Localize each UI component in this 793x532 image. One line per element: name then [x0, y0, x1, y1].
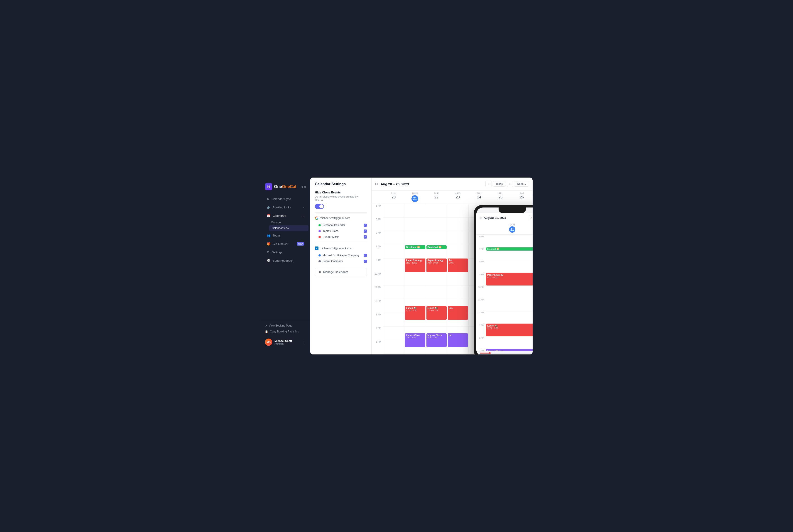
today-button[interactable]: Today — [493, 181, 506, 187]
calendar-item-secret-company: Secret Company ✓ — [315, 258, 367, 264]
toggle-label: Hide Clone Events — [315, 191, 367, 194]
calendar-item-dunder: Dunder Mifflin ✓ — [315, 234, 367, 240]
google-email: michaelscott@gmail.com — [320, 216, 350, 220]
nav-label: Booking Links — [273, 206, 291, 209]
avatar: MS — [265, 339, 272, 346]
calendar-range-icon: ⊡ — [375, 182, 378, 186]
phone-lunch-event[interactable]: Lunch 🍱 12:30 - 1:30 — [486, 324, 533, 336]
phone-notch — [498, 208, 526, 213]
phone-progress-fill — [480, 353, 490, 354]
time-4pm: 4 PM — [372, 354, 383, 355]
manage-calendars-button[interactable]: ⚙ Manage Calendars — [315, 268, 367, 276]
time-11am: 11 AM — [372, 286, 383, 299]
tue-improv-class-event[interactable]: Improv Class 2:30 - 3:30 — [427, 334, 447, 347]
phone-progress-bar — [480, 353, 533, 354]
outlook-account-section: M michaelscott@outlook.com Michael Scott… — [315, 247, 367, 264]
time-10am: 10 AM — [372, 272, 383, 286]
google-icon — [315, 216, 319, 220]
view-booking-link[interactable]: ↗ View Booking Page — [262, 323, 308, 328]
phone-nav-buttons: ‹ › — [529, 215, 533, 220]
app-container: 01 OneOneCal ◀◀ ↻ Calendar Sync 🔗 Bookin… — [260, 177, 533, 355]
sidebar-item-team[interactable]: 👥 Team — [262, 231, 308, 240]
user-name: Michael Scott — [275, 340, 300, 343]
gear-icon: ⚙ — [319, 270, 321, 274]
phone-events-col: Breakfast 🌅 Paper Strategy 9:00 - 10:00 … — [486, 235, 533, 351]
user-info: Michael Scott Premium — [275, 340, 300, 345]
phone-improv-class-event[interactable]: Improv Class 2:30 - 3:30 — [486, 349, 533, 351]
wed-lunch-event[interactable]: Lu... — [448, 306, 468, 320]
sidebar-item-booking-links[interactable]: 🔗 Booking Links › — [262, 204, 308, 211]
improv-cal-checkbox[interactable]: ✓ — [364, 229, 367, 233]
prev-week-button[interactable]: ‹ — [486, 181, 492, 187]
wed-improv-event[interactable]: Im... — [448, 334, 468, 347]
user-profile: MS Michael Scott Premium ⋮ — [262, 336, 308, 348]
paper-company-checkbox[interactable]: ✓ — [364, 254, 367, 257]
time-5am: 5 AM — [372, 204, 383, 218]
user-menu-button[interactable]: ⋮ — [302, 340, 306, 344]
gift-icon: 🎁 — [267, 242, 270, 246]
mon-paper-strategy-event[interactable]: Paper Strategy 9:00 - 10:00 — [405, 259, 425, 272]
sidebar-item-send-feedback[interactable]: 💬 Send Feedback — [262, 257, 308, 265]
mon-breakfast-event[interactable]: Breakfast 🌅 — [405, 245, 425, 249]
phone-day-header: MON 21 — [476, 222, 533, 235]
sidebar-item-gift-onecal[interactable]: 🎁 Gift OneCal New — [262, 240, 308, 248]
feedback-icon: 💬 — [267, 259, 270, 262]
dunder-cal-dot — [319, 236, 321, 238]
improv-cal-dot — [319, 230, 321, 232]
phone-prev-button[interactable]: ‹ — [529, 215, 533, 220]
phone-time-col: 6 AM 7 AM 8 AM 9 AM 10 AM 11 AM 12 PM 1 … — [476, 235, 486, 351]
phone-breakfast-event[interactable]: Breakfast 🌅 — [486, 247, 533, 251]
secret-company-dot — [319, 260, 321, 262]
day-col-wed: Pa... 9:00... Lu... Im... Su... — [447, 204, 468, 355]
next-week-button[interactable]: › — [507, 181, 513, 187]
chevron-icon: › — [303, 206, 304, 209]
nav-label: Gift OneCal — [273, 242, 288, 246]
calendar-sync-icon: ↻ — [267, 197, 269, 201]
time-1pm: 1 PM — [372, 313, 383, 326]
toggle-row — [315, 204, 367, 209]
calendar-days-header: SUN 20 MON 21 TUE 22 WED 23 — [372, 190, 533, 204]
day-col-mon: Breakfast 🌅 Paper Strategy 9:00 - 10:00 … — [404, 204, 426, 355]
settings-panel: Calendar Settings Hide Clone Events Do n… — [310, 177, 372, 355]
wed-paper-strategy-event[interactable]: Pa... 9:00... — [448, 259, 468, 272]
sidebar-collapse-button[interactable]: ◀◀ — [301, 185, 306, 188]
time-6am: 6 AM — [372, 218, 383, 231]
sidebar-nav: ↻ Calendar Sync 🔗 Booking Links › 📅 Cale… — [260, 195, 310, 320]
nav-label: Send Feedback — [273, 259, 293, 262]
copy-booking-link[interactable]: 📋 Copy Booking Page link — [262, 328, 308, 335]
view-select-button[interactable]: Week ⌄ — [514, 181, 529, 187]
day-col-sun — [383, 204, 404, 355]
copy-icon: 📋 — [265, 330, 268, 333]
sidebar-item-settings[interactable]: ⚙ Settings — [262, 248, 308, 256]
calendar-item-improv: Improv Class ✓ — [315, 228, 367, 234]
personal-cal-checkbox[interactable]: ✓ — [364, 224, 367, 227]
phone-menu-icon: ≡ — [480, 216, 482, 220]
secret-company-checkbox[interactable]: ✓ — [364, 260, 367, 263]
phone-date-title: August 21, 2023 — [484, 216, 529, 220]
mon-lunch-event[interactable]: Lunch 🍱 12:30 - 1:30 — [405, 306, 425, 320]
personal-cal-dot — [319, 224, 321, 226]
sidebar-item-calendar-sync[interactable]: ↻ Calendar Sync — [262, 195, 308, 203]
day-header-sat: SAT 26 — [511, 190, 533, 204]
tue-lunch-event[interactable]: Lunch 🍱 12:30 - 1:30 — [427, 306, 447, 320]
phone-day-label: MON — [509, 223, 515, 226]
tue-breakfast-event[interactable]: Breakfast 🌅 — [427, 245, 447, 249]
day-header-tue: TUE 22 — [426, 190, 447, 204]
dunder-cal-checkbox[interactable]: ✓ — [364, 235, 367, 239]
logo-icon: 01 — [265, 183, 272, 190]
hide-clone-toggle[interactable] — [315, 204, 324, 209]
sidebar-sub-calendar-view[interactable]: Calendar view — [269, 225, 308, 231]
nav-label: Settings — [272, 251, 282, 254]
time-2pm: 2 PM — [372, 326, 383, 340]
sidebar-item-calendars[interactable]: 📅 Calendars ⌄ — [262, 212, 308, 220]
sidebar-sub-manage[interactable]: Manage — [260, 220, 310, 225]
new-badge: New — [297, 242, 304, 246]
mon-improv-class-event[interactable]: Improv Class 2:30 - 3:30 — [405, 334, 425, 347]
phone-paper-strategy-event[interactable]: Paper Strategy 9:00 - 10:00 — [486, 273, 533, 285]
tue-paper-strategy-event[interactable]: Paper Strategy 9:00 - 10:00 — [427, 259, 447, 272]
day-col-tue: Breakfast 🌅 Paper Strategy 9:00 - 10:00 … — [426, 204, 447, 355]
booking-links-icon: 🔗 — [267, 206, 270, 209]
external-link-icon: ↗ — [265, 324, 267, 327]
outlook-icon: M — [315, 247, 319, 250]
phone-mockup: ≡ August 21, 2023 ‹ › ••• MON 21 — [474, 205, 533, 355]
